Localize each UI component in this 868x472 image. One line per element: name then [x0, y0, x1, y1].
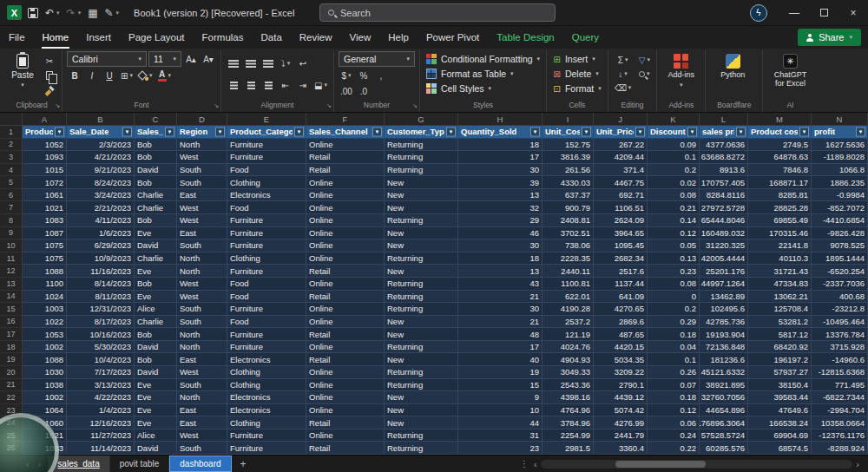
- cell-N16[interactable]: -10495.464: [812, 316, 868, 329]
- cell-L14[interactable]: 13462.89: [700, 291, 748, 304]
- cell-N15[interactable]: -23212.8: [812, 303, 868, 316]
- cell-D13[interactable]: West: [177, 278, 227, 291]
- cell-M5[interactable]: 168871.17: [748, 176, 812, 189]
- cell-F24[interactable]: Retail: [306, 416, 385, 429]
- merge-center-button[interactable]: ⬓▾: [312, 78, 329, 92]
- wrap-text-button[interactable]: ↩: [295, 56, 311, 70]
- cell-C10[interactable]: David: [135, 239, 177, 252]
- cell-D3[interactable]: West: [177, 151, 227, 164]
- cell-B25[interactable]: 11/27/2023: [67, 429, 135, 442]
- chatgpt-button[interactable]: ✳ ChatGPT for Excel: [767, 51, 812, 88]
- cell-K10[interactable]: 0.05: [648, 239, 700, 252]
- cell-J26[interactable]: 3360.4: [594, 442, 648, 455]
- redo-button[interactable]: ↷: [67, 7, 76, 19]
- header-cell-profit[interactable]: profit▼: [812, 126, 868, 139]
- cell-J13[interactable]: 1137.44: [594, 278, 648, 291]
- cell-K3[interactable]: 0.1: [648, 151, 700, 164]
- search-box[interactable]: Search: [319, 3, 556, 22]
- underline-button[interactable]: U: [102, 69, 117, 82]
- cell-H6[interactable]: 13: [458, 189, 542, 202]
- cell-D20[interactable]: West: [177, 366, 227, 379]
- format-cells-button[interactable]: ⊡ Format ▾: [551, 81, 603, 95]
- cell-G20[interactable]: Returning: [385, 366, 458, 379]
- conditional-formatting-button[interactable]: Conditional Formatting ▾: [424, 51, 542, 66]
- cell-N26[interactable]: -8288.924: [812, 442, 868, 455]
- font-dialog-launcher[interactable]: ↘: [214, 102, 219, 109]
- share-button[interactable]: Share ▾: [798, 29, 861, 46]
- fill-color-button[interactable]: ▾: [136, 69, 155, 82]
- cell-H9[interactable]: 46: [458, 227, 542, 240]
- cell-E24[interactable]: Clothing: [227, 416, 306, 429]
- accounting-format-button[interactable]: $▾: [339, 69, 354, 82]
- filter-button[interactable]: ▼: [294, 127, 304, 136]
- cell-D15[interactable]: South: [177, 303, 227, 316]
- cell-C15[interactable]: Alice: [135, 303, 177, 316]
- cell-C24[interactable]: Eve: [135, 416, 177, 429]
- cell-I8[interactable]: 2408.81: [542, 214, 594, 227]
- cell-F25[interactable]: Online: [306, 429, 385, 442]
- cell-J9[interactable]: 3964.65: [594, 227, 648, 240]
- cell-A18[interactable]: 1002: [23, 341, 67, 354]
- cell-M4[interactable]: 7846.8: [748, 164, 812, 177]
- cell-J18[interactable]: 4420.15: [594, 341, 648, 354]
- row-header-6[interactable]: 6: [0, 189, 23, 202]
- cell-L2[interactable]: 4377.0636: [700, 139, 748, 152]
- cell-E6[interactable]: Electronics: [227, 189, 306, 202]
- italic-button[interactable]: I: [84, 69, 100, 82]
- row-header-17[interactable]: 17: [0, 328, 23, 341]
- cell-B7[interactable]: 2/21/2023: [67, 201, 135, 214]
- cell-A4[interactable]: 1015: [23, 164, 67, 177]
- cell-A6[interactable]: 1061: [23, 189, 67, 202]
- cell-D23[interactable]: East: [177, 404, 227, 417]
- cell-L12[interactable]: 25201.176: [700, 265, 748, 278]
- header-cell-unit-price[interactable]: Unit_Price▼: [594, 126, 648, 139]
- column-header-J[interactable]: J: [594, 113, 648, 125]
- cell-N4[interactable]: 1066.8: [812, 164, 868, 177]
- orientation-button[interactable]: ⤵▾: [278, 56, 293, 70]
- cut-button[interactable]: ✂: [42, 54, 57, 68]
- cell-G24[interactable]: New: [385, 416, 458, 429]
- cell-J7[interactable]: 1106.51: [594, 201, 648, 214]
- cell-K7[interactable]: 0.21: [648, 201, 700, 214]
- cell-E10[interactable]: Furniture: [227, 239, 306, 252]
- cell-L7[interactable]: 27972.5728: [700, 201, 748, 214]
- cell-B18[interactable]: 5/30/2023: [67, 341, 135, 354]
- copy-button[interactable]: [42, 69, 57, 82]
- cell-E15[interactable]: Furniture: [227, 303, 306, 316]
- row-header-19[interactable]: 19: [0, 353, 23, 366]
- cell-C6[interactable]: Charlie: [135, 189, 177, 202]
- cell-D4[interactable]: South: [177, 164, 227, 177]
- cell-M22[interactable]: 39583.44: [748, 391, 812, 404]
- cell-E2[interactable]: Furniture: [227, 139, 306, 152]
- cell-F6[interactable]: Online: [306, 189, 385, 202]
- cell-A19[interactable]: 1088: [23, 353, 67, 366]
- cell-B8[interactable]: 4/11/2023: [67, 214, 135, 227]
- cell-I5[interactable]: 4330.03: [542, 176, 594, 189]
- cell-E5[interactable]: Clothing: [227, 176, 306, 189]
- align-right-button[interactable]: [260, 78, 276, 92]
- cell-C4[interactable]: David: [135, 164, 177, 177]
- column-header-F[interactable]: F: [306, 113, 385, 125]
- cell-A7[interactable]: 1021: [23, 201, 67, 214]
- header-cell-product-id[interactable]: Product_ID▼: [23, 126, 67, 139]
- cell-I9[interactable]: 3702.51: [542, 227, 594, 240]
- cell-H10[interactable]: 30: [458, 239, 542, 252]
- column-header-K[interactable]: K: [648, 113, 700, 125]
- cell-K21[interactable]: 0.07: [648, 379, 700, 392]
- cell-C26[interactable]: David: [135, 442, 177, 455]
- scrollbar-thumb[interactable]: [615, 461, 706, 468]
- row-header-7[interactable]: 7: [0, 201, 23, 214]
- cell-F20[interactable]: Online: [306, 366, 385, 379]
- undo-button[interactable]: ↶: [45, 7, 54, 19]
- cell-A2[interactable]: 1052: [23, 139, 67, 152]
- cell-F18[interactable]: Online: [306, 341, 385, 354]
- cell-N12[interactable]: -6520.254: [812, 265, 868, 278]
- scroll-left-button[interactable]: ‹: [534, 459, 537, 469]
- cell-L4[interactable]: 8913.6: [700, 164, 748, 177]
- cell-L17[interactable]: 19193.904: [700, 328, 748, 341]
- cell-G21[interactable]: Returning: [385, 379, 458, 392]
- bold-button[interactable]: B: [67, 69, 82, 82]
- cell-J12[interactable]: 2517.6: [594, 265, 648, 278]
- cell-K18[interactable]: 0.04: [648, 341, 700, 354]
- cell-N5[interactable]: 1886.235: [812, 176, 868, 189]
